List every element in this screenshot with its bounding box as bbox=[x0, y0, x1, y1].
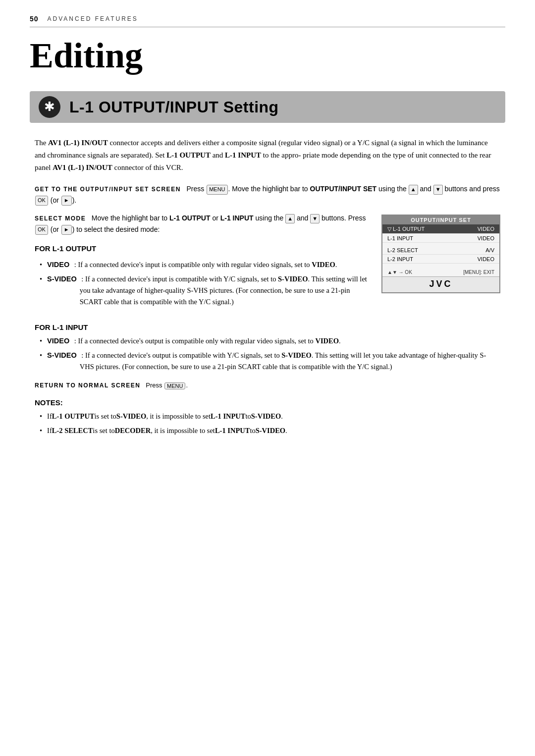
page-header: 50 ADVANCED FEATURES bbox=[30, 15, 505, 27]
svideo-term-input: S-VIDEO bbox=[47, 350, 77, 361]
section-title: L-1 OUTPUT/INPUT Setting bbox=[69, 98, 279, 116]
page: 50 ADVANCED FEATURES Editing ✱ L-1 OUTPU… bbox=[0, 0, 535, 756]
menu-button-ref: MENU bbox=[207, 185, 227, 195]
list-item: VIDEO : If a connected device's output i… bbox=[40, 335, 500, 347]
screen-row-l1-output: ▽ L-1 OUTPUT VIDEO bbox=[382, 224, 499, 234]
l2-select-label: L-2 SELECT bbox=[387, 247, 418, 253]
l2-input-label: L-2 INPUT bbox=[387, 256, 413, 262]
up-arrow-sym2: ▲ bbox=[285, 214, 295, 224]
video-term-output: VIDEO bbox=[47, 259, 69, 270]
right-btn2: ► bbox=[61, 225, 72, 235]
l1-output-value: VIDEO bbox=[478, 226, 494, 232]
video-desc-input: : If a connected device's output is comp… bbox=[72, 335, 340, 347]
list-item: S-VIDEO : If a connected device's output… bbox=[40, 350, 500, 373]
right-button-ref: ► bbox=[61, 196, 72, 206]
l2-input-value: VIDEO bbox=[478, 256, 494, 262]
two-col-section: SELECT MODE Move the highlight bar to L-… bbox=[35, 213, 500, 314]
for-l1-input-list: VIDEO : If a connected device's output i… bbox=[35, 335, 500, 373]
notes-heading: NOTES: bbox=[35, 398, 500, 407]
return-to-screen: RETURN TO NORMAL SCREEN Press MENU. bbox=[35, 381, 500, 389]
screen-nav: ▲▼ → OK [MENU]: EXIT bbox=[382, 268, 499, 276]
notes-section: NOTES: If L-1 OUTPUT is set to S-VIDEO, … bbox=[35, 398, 500, 436]
menu-btn-return: MENU bbox=[164, 382, 185, 389]
l1-input-value: VIDEO bbox=[478, 235, 494, 241]
ok-btn2: OK bbox=[35, 225, 48, 235]
svideo-desc-input: : If a connected device's output is comp… bbox=[80, 350, 500, 373]
video-term-input: VIDEO bbox=[47, 335, 69, 347]
video-desc-output: : If a connected device's input is compa… bbox=[72, 259, 337, 270]
nav-ok: ▲▼ → OK bbox=[387, 270, 412, 275]
left-column: SELECT MODE Move the highlight bar to L-… bbox=[35, 213, 370, 314]
list-item: VIDEO : If a connected device's input is… bbox=[40, 259, 370, 270]
up-arrow-sym: ▲ bbox=[409, 185, 418, 195]
l1-input-label: L-1 INPUT bbox=[387, 235, 413, 241]
content-area: The AV1 (L-1) IN/OUT connector accepts a… bbox=[30, 137, 505, 436]
down-arrow-sym: ▼ bbox=[433, 185, 443, 195]
note-item: If L-2 SELECT is set to DECODER, it is i… bbox=[40, 425, 500, 436]
return-label: RETURN TO NORMAL SCREEN bbox=[35, 382, 140, 389]
section-label: ADVANCED FEATURES bbox=[48, 15, 138, 22]
get-to-screen-label: GET TO THE OUTPUT/INPUT SET SCREEN bbox=[35, 186, 181, 193]
screen-row-l2-input: L-2 INPUT VIDEO bbox=[382, 255, 499, 264]
star-badge: ✱ bbox=[39, 96, 60, 118]
svideo-term-output: S-VIDEO bbox=[47, 273, 77, 285]
screen-title: OUTPUT/INPUT SET bbox=[382, 216, 499, 224]
ok-button-ref: OK bbox=[35, 196, 48, 206]
for-l1-output-list: VIDEO : If a connected device's input is… bbox=[35, 259, 370, 308]
notes-list: If L-1 OUTPUT is set to S-VIDEO, it is i… bbox=[35, 411, 500, 436]
screen-row-l1-input: L-1 INPUT VIDEO bbox=[382, 234, 499, 243]
intro-paragraph: The AV1 (L-1) IN/OUT connector accepts a… bbox=[35, 137, 500, 173]
l1-output-label: ▽ L-1 OUTPUT bbox=[387, 226, 425, 232]
page-number: 50 bbox=[30, 15, 39, 23]
select-mode-instruction: SELECT MODE Move the highlight bar to L-… bbox=[35, 213, 370, 235]
right-column: OUTPUT/INPUT SET ▽ L-1 OUTPUT VIDEO L-1 … bbox=[381, 215, 500, 314]
page-title: Editing bbox=[30, 36, 505, 75]
output-input-screen: OUTPUT/INPUT SET ▽ L-1 OUTPUT VIDEO L-1 … bbox=[381, 215, 500, 293]
for-l1-output-heading: FOR L-1 OUTPUT bbox=[35, 243, 370, 255]
list-item: S-VIDEO : If a connected device's input … bbox=[40, 273, 370, 308]
get-to-screen-instruction: GET TO THE OUTPUT/INPUT SET SCREEN Press… bbox=[35, 183, 500, 206]
jvc-logo: JVC bbox=[382, 276, 499, 292]
svideo-desc-output: : If a connected device's input is compa… bbox=[80, 273, 370, 308]
note-item: If L-1 OUTPUT is set to S-VIDEO, it is i… bbox=[40, 411, 500, 422]
down-arrow-sym2: ▼ bbox=[310, 214, 320, 224]
section-header: ✱ L-1 OUTPUT/INPUT Setting bbox=[30, 91, 505, 123]
screen-row-l2-select: L-2 SELECT A/V bbox=[382, 246, 499, 255]
star-icon: ✱ bbox=[44, 101, 55, 113]
select-mode-label: SELECT MODE bbox=[35, 215, 86, 222]
l2-select-value: A/V bbox=[485, 247, 494, 253]
nav-menu-exit: [MENU]: EXIT bbox=[463, 270, 494, 275]
for-l1-input-heading: FOR L-1 INPUT bbox=[35, 323, 500, 331]
